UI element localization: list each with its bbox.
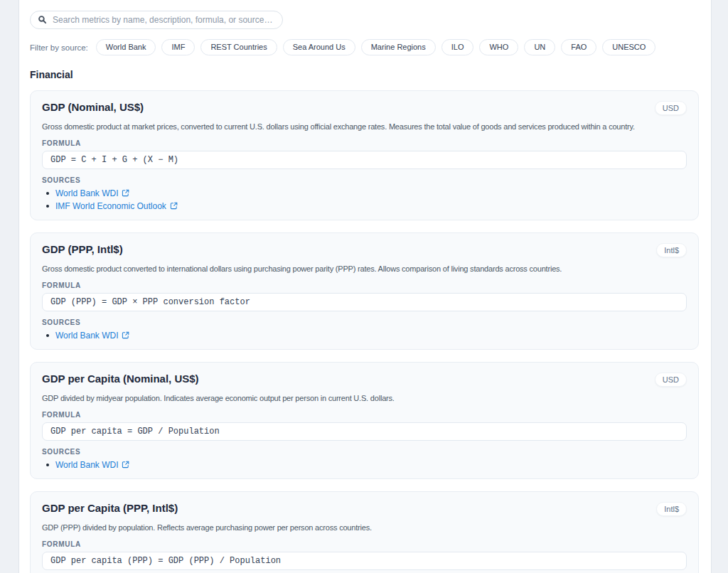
filter-chip-sea-around-us[interactable]: Sea Around Us (283, 39, 355, 55)
formula-code: GDP = C + I + G + (X − M) (42, 151, 687, 169)
external-link-icon (122, 189, 129, 197)
metric-card: GDP (Nominal, US$) USD Gross domestic pr… (30, 90, 699, 220)
filter-chip-world-bank[interactable]: World Bank (96, 39, 156, 55)
filter-chip-imf[interactable]: IMF (161, 39, 195, 55)
source-list-item: World Bank WDI (42, 330, 687, 341)
source-link[interactable]: World Bank WDI (55, 460, 129, 470)
unit-badge: Intl$ (656, 502, 687, 516)
filter-chip-who[interactable]: WHO (479, 39, 518, 55)
page-gutter-right (711, 0, 728, 573)
filter-by-source-label: Filter by source: (30, 43, 88, 52)
metric-card-header: GDP per Capita (PPP, Intl$) Intl$ (42, 502, 687, 516)
source-link-label: IMF World Economic Outlook (55, 201, 166, 211)
sources-list: World Bank WDI IMF World Economic Outloo… (42, 188, 687, 211)
bullet-dot (46, 192, 49, 195)
search-icon (38, 15, 47, 24)
page-gutter-left (0, 0, 19, 573)
metric-card-list: GDP (Nominal, US$) USD Gross domestic pr… (30, 90, 699, 573)
metric-card-header: GDP (Nominal, US$) USD (42, 101, 687, 115)
filter-row: Filter by source: World BankIMFREST Coun… (30, 39, 699, 55)
metric-card: GDP (PPP, Intl$) Intl$ Gross domestic pr… (30, 232, 699, 350)
source-list-item: World Bank WDI (42, 459, 687, 470)
filter-chip-fao[interactable]: FAO (561, 39, 596, 55)
bullet-dot (46, 464, 49, 466)
formula-code: GDP per capita = GDP / Population (42, 422, 687, 441)
metric-description: GDP (PPP) divided by population. Reflect… (42, 523, 687, 533)
external-link-icon (122, 461, 129, 468)
formula-label: FORMULA (42, 540, 687, 548)
filter-chip-marine-regions[interactable]: Marine Regions (361, 39, 436, 55)
metric-description: Gross domestic product at market prices,… (42, 122, 687, 132)
formula-label: FORMULA (42, 139, 687, 147)
metric-card: GDP per Capita (PPP, Intl$) Intl$ GDP (P… (30, 491, 699, 573)
bullet-dot (46, 205, 49, 208)
source-chip-group: World BankIMFREST CountriesSea Around Us… (96, 39, 656, 55)
sources-label: SOURCES (42, 448, 687, 456)
search-box (30, 11, 283, 29)
external-link-icon (170, 202, 178, 210)
metric-card-header: GDP (PPP, Intl$) Intl$ (42, 243, 687, 257)
source-link[interactable]: World Bank WDI (55, 331, 129, 341)
metric-title: GDP (PPP, Intl$) (42, 243, 123, 255)
sources-label: SOURCES (42, 176, 687, 184)
bullet-dot (46, 334, 49, 337)
source-list-item: IMF World Economic Outlook (42, 200, 687, 211)
metric-title: GDP (Nominal, US$) (42, 101, 144, 113)
source-link-label: World Bank WDI (55, 460, 118, 470)
metrics-catalog-panel: Filter by source: World BankIMFREST Coun… (19, 0, 711, 573)
search-input[interactable] (30, 11, 283, 29)
filter-chip-ilo[interactable]: ILO (441, 39, 474, 55)
metric-description: GDP divided by midyear population. Indic… (42, 393, 687, 404)
external-link-icon (122, 331, 129, 339)
metric-card: GDP per Capita (Nominal, US$) USD GDP di… (30, 362, 699, 479)
source-link-label: World Bank WDI (55, 331, 118, 341)
sources-label: SOURCES (42, 318, 687, 326)
formula-code: GDP per capita (PPP) = GDP (PPP) / Popul… (42, 552, 687, 570)
source-link-label: World Bank WDI (55, 188, 118, 198)
metric-description: Gross domestic product converted to inte… (42, 264, 687, 274)
source-link[interactable]: World Bank WDI (55, 188, 129, 198)
source-link[interactable]: IMF World Economic Outlook (55, 201, 178, 211)
filter-chip-un[interactable]: UN (524, 39, 555, 55)
unit-badge: Intl$ (656, 243, 687, 257)
sources-list: World Bank WDI (42, 330, 687, 341)
metric-title: GDP per Capita (Nominal, US$) (42, 373, 199, 385)
metric-card-header: GDP per Capita (Nominal, US$) USD (42, 373, 687, 387)
sources-list: World Bank WDI (42, 459, 687, 470)
source-list-item: World Bank WDI (42, 188, 687, 198)
filter-chip-rest-countries[interactable]: REST Countries (200, 39, 277, 55)
formula-code: GDP (PPP) = GDP × PPP conversion factor (42, 293, 687, 311)
unit-badge: USD (655, 373, 687, 387)
section-title-financial: Financial (30, 69, 699, 80)
metric-title: GDP per Capita (PPP, Intl$) (42, 502, 178, 514)
unit-badge: USD (655, 101, 687, 115)
formula-label: FORMULA (42, 411, 687, 419)
formula-label: FORMULA (42, 282, 687, 289)
filter-chip-unesco[interactable]: UNESCO (602, 39, 655, 55)
